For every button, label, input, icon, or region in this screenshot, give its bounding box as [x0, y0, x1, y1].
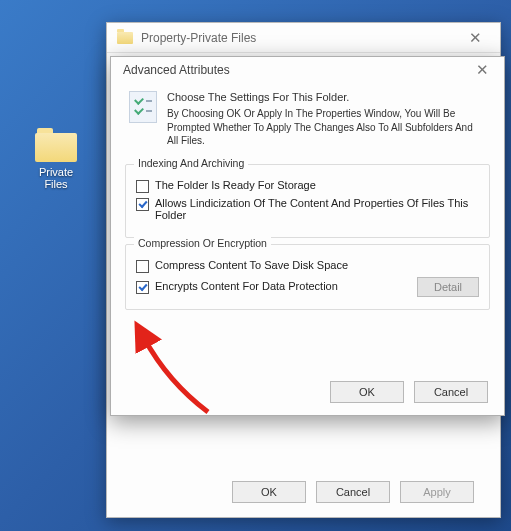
advanced-titlebar[interactable]: Advanced Attributes ✕ [111, 57, 504, 83]
apply-button[interactable]: Apply [400, 481, 474, 503]
group-compression-legend: Compression Or Encryption [134, 237, 271, 249]
cancel-button[interactable]: Cancel [414, 381, 488, 403]
desktop-folder[interactable]: Private Files [26, 128, 86, 190]
advanced-button-row: OK Cancel [330, 381, 488, 403]
folder-icon [117, 32, 133, 44]
checkbox-compress[interactable] [136, 260, 149, 273]
advanced-title: Advanced Attributes [123, 63, 230, 77]
checklist-icon [129, 91, 157, 123]
desktop-folder-label: Private Files [26, 166, 86, 190]
close-icon[interactable]: ✕ [468, 61, 496, 79]
header-line1: Choose The Settings For This Folder. [167, 91, 486, 103]
label-compress: Compress Content To Save Disk Space [155, 259, 479, 271]
ok-button[interactable]: OK [232, 481, 306, 503]
header-line2: By Choosing OK Or Apply In The Propertie… [167, 107, 486, 148]
label-ready-storage: The Folder Is Ready For Storage [155, 179, 479, 191]
group-compression: Compression Or Encryption Compress Conte… [125, 244, 490, 310]
folder-icon [35, 128, 77, 162]
ok-button[interactable]: OK [330, 381, 404, 403]
label-allow-indexing: Allows Lindicization Of The Content And … [155, 197, 479, 221]
advanced-attributes-dialog: Advanced Attributes ✕ Choose The Setting… [110, 56, 505, 416]
properties-title: Property-Private Files [141, 31, 256, 45]
checkbox-encrypt[interactable] [136, 281, 149, 294]
group-indexing-legend: Indexing And Archiving [134, 157, 248, 169]
header-row: Choose The Settings For This Folder. By … [125, 87, 490, 158]
checkbox-ready-storage[interactable] [136, 180, 149, 193]
cancel-button[interactable]: Cancel [316, 481, 390, 503]
properties-titlebar[interactable]: Property-Private Files ✕ [107, 23, 500, 53]
checkbox-allow-indexing[interactable] [136, 198, 149, 211]
label-encrypt: Encrypts Content For Data Protection [155, 280, 409, 292]
close-icon[interactable]: ✕ [458, 29, 492, 47]
detail-button[interactable]: Detail [417, 277, 479, 297]
properties-button-row: OK Cancel Apply [107, 481, 500, 503]
group-indexing: Indexing And Archiving The Folder Is Rea… [125, 164, 490, 238]
